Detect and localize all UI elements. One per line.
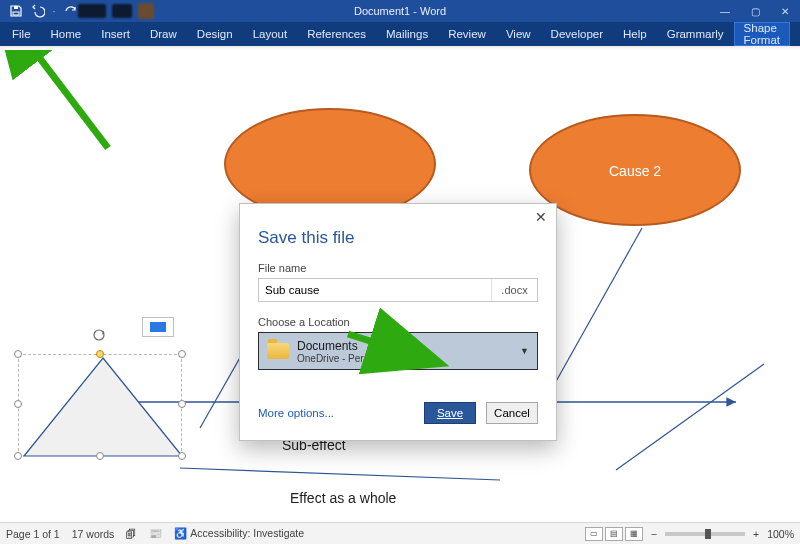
user-area — [78, 3, 154, 19]
cancel-button[interactable]: Cancel — [486, 402, 538, 424]
file-name-row: .docx — [258, 278, 538, 302]
tab-layout[interactable]: Layout — [243, 22, 298, 46]
location-subtext: OneDrive - Personal — [297, 353, 388, 364]
web-layout-icon[interactable]: ▦ — [625, 527, 643, 541]
effect-whole-label: Effect as a whole — [290, 490, 396, 506]
user-name-blur2 — [112, 4, 132, 18]
document-canvas[interactable]: Cause 2 Sub-effect Effect as a whole ✕ — [0, 50, 800, 522]
resize-handle-nw[interactable] — [14, 350, 22, 358]
choose-location-label: Choose a Location — [258, 316, 538, 328]
save-button[interactable]: Save — [424, 402, 476, 424]
tab-insert[interactable]: Insert — [91, 22, 140, 46]
read-mode-icon[interactable]: ▭ — [585, 527, 603, 541]
svg-line-9 — [180, 468, 500, 480]
adjust-handle[interactable] — [96, 350, 104, 358]
svg-rect-1 — [14, 6, 18, 9]
svg-line-8 — [616, 364, 764, 470]
page-indicator[interactable]: Page 1 of 1 — [6, 528, 60, 540]
tab-mailings[interactable]: Mailings — [376, 22, 438, 46]
svg-marker-10 — [24, 358, 182, 456]
resize-handle-s[interactable] — [96, 452, 104, 460]
resize-handle-se[interactable] — [178, 452, 186, 460]
tab-design[interactable]: Design — [187, 22, 243, 46]
accessibility-icon: ♿ — [174, 527, 187, 539]
location-name: Documents — [297, 339, 388, 353]
qat-separator: · — [52, 3, 56, 19]
file-name-label: File name — [258, 262, 538, 274]
tab-references[interactable]: References — [297, 22, 376, 46]
tab-developer[interactable]: Developer — [541, 22, 613, 46]
ribbon-tabs: File Home Insert Draw Design Layout Refe… — [0, 22, 800, 46]
undo-icon[interactable] — [30, 3, 46, 19]
display-settings-icon[interactable]: 📰 — [149, 527, 162, 540]
zoom-in-button[interactable]: + — [753, 528, 759, 540]
user-name-blur — [78, 4, 106, 18]
language-icon[interactable]: 🗐 — [126, 528, 137, 540]
zoom-slider[interactable] — [665, 532, 745, 536]
picture-placeholder-icon[interactable] — [142, 317, 174, 337]
rotate-handle-icon[interactable] — [92, 328, 106, 342]
chevron-down-icon: ▼ — [520, 346, 529, 356]
print-layout-icon[interactable]: ▤ — [605, 527, 623, 541]
tell-me[interactable]: 💡 Tell me — [790, 22, 800, 46]
tab-file[interactable]: File — [2, 22, 41, 46]
user-avatar[interactable] — [138, 3, 154, 19]
word-count[interactable]: 17 words — [72, 528, 115, 540]
tab-review[interactable]: Review — [438, 22, 496, 46]
close-dialog-button[interactable]: ✕ — [532, 208, 550, 226]
zoom-out-button[interactable]: − — [651, 528, 657, 540]
svg-rect-0 — [13, 12, 19, 15]
redo-icon[interactable] — [62, 3, 78, 19]
resize-handle-e[interactable] — [178, 400, 186, 408]
resize-handle-ne[interactable] — [178, 350, 186, 358]
zoom-level[interactable]: 100% — [767, 528, 794, 540]
view-buttons: ▭ ▤ ▦ — [585, 527, 643, 541]
svg-point-11 — [94, 330, 104, 340]
file-name-input[interactable] — [259, 279, 491, 301]
more-options-link[interactable]: More options... — [258, 407, 334, 419]
resize-handle-w[interactable] — [14, 400, 22, 408]
status-bar: Page 1 of 1 17 words 🗐 📰 ♿Accessibility:… — [0, 522, 800, 544]
close-window-button[interactable]: ✕ — [770, 0, 800, 22]
resize-handle-sw[interactable] — [14, 452, 22, 460]
tab-view[interactable]: View — [496, 22, 541, 46]
title-bar: · Document1 - Word ― ▢ ✕ — [0, 0, 800, 22]
save-dialog: ✕ Save this file File name .docx Choose … — [239, 203, 557, 441]
location-dropdown[interactable]: Documents OneDrive - Personal ▼ — [258, 332, 538, 370]
tab-grammarly[interactable]: Grammarly — [657, 22, 734, 46]
tab-home[interactable]: Home — [41, 22, 92, 46]
tab-shape-format[interactable]: Shape Format — [734, 22, 790, 46]
tab-help[interactable]: Help — [613, 22, 657, 46]
window-controls: ― ▢ ✕ — [710, 0, 800, 22]
file-extension-label[interactable]: .docx — [491, 279, 537, 301]
minimize-button[interactable]: ― — [710, 0, 740, 22]
dialog-title: Save this file — [258, 228, 538, 248]
folder-icon — [267, 343, 289, 359]
tab-draw[interactable]: Draw — [140, 22, 187, 46]
triangle-shape[interactable] — [18, 350, 188, 470]
save-icon[interactable] — [8, 3, 24, 19]
document-title: Document1 - Word — [354, 5, 446, 17]
quick-access-toolbar: · — [0, 3, 78, 19]
maximize-button[interactable]: ▢ — [740, 0, 770, 22]
accessibility-status[interactable]: ♿Accessibility: Investigate — [174, 527, 304, 540]
